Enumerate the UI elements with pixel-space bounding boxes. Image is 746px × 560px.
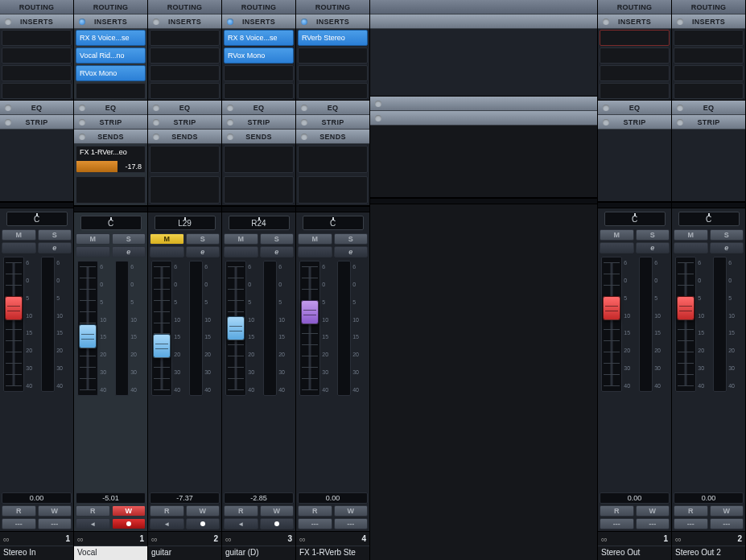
solo-button[interactable]: S <box>334 233 369 245</box>
eq-header-gap[interactable] <box>370 97 597 111</box>
insert-slot[interactable]: RVox Mono <box>76 65 146 81</box>
link-icon[interactable]: ∞ <box>675 534 686 544</box>
send-slot[interactable] <box>224 176 294 204</box>
power-dot-icon[interactable] <box>79 105 85 111</box>
send-slot[interactable] <box>224 146 294 173</box>
fader-value[interactable]: 0.00 <box>2 492 72 504</box>
insert-slot[interactable] <box>224 83 294 99</box>
fader-track[interactable] <box>77 261 98 396</box>
monitor-button[interactable]: ◄ <box>224 518 258 529</box>
eq-header[interactable]: EQ <box>74 101 147 115</box>
routing-header[interactable]: ROUTING <box>0 0 73 14</box>
record-button[interactable] <box>186 518 221 529</box>
fader-knob[interactable] <box>79 324 97 348</box>
link-icon[interactable]: ∞ <box>3 534 14 544</box>
solo-button[interactable]: S <box>38 229 72 241</box>
power-dot-icon[interactable] <box>677 19 683 25</box>
insert-slot[interactable] <box>298 65 368 81</box>
strip-header[interactable]: STRIP <box>74 115 147 130</box>
inserts-header[interactable]: INSERTS <box>148 14 221 29</box>
mute-button[interactable]: M <box>298 233 332 245</box>
read-button[interactable]: R <box>298 505 332 517</box>
eq-header[interactable]: EQ <box>0 101 73 115</box>
power-dot-icon[interactable] <box>603 19 609 25</box>
pan-display[interactable]: C <box>80 216 142 230</box>
insert-slot[interactable]: Vocal Rid...no <box>76 47 146 64</box>
track-name-input[interactable]: guitar <box>148 546 221 560</box>
edit-button[interactable]: e <box>38 242 72 253</box>
read-button[interactable]: R <box>76 505 110 517</box>
fader-knob[interactable] <box>301 300 319 324</box>
strip-header[interactable]: STRIP <box>148 115 221 130</box>
edit-button[interactable]: e <box>260 246 295 257</box>
routing-header[interactable]: ROUTING <box>672 0 745 14</box>
power-dot-icon[interactable] <box>375 115 381 121</box>
inserts-header[interactable]: INSERTS <box>222 14 295 29</box>
insert-slot[interactable]: RVerb Stereo <box>298 30 368 46</box>
listen-button[interactable] <box>298 246 332 257</box>
listen-button[interactable] <box>224 246 258 257</box>
sends-header[interactable]: SENDS <box>74 130 147 144</box>
edit-button[interactable]: e <box>710 242 744 253</box>
write-button[interactable]: W <box>710 505 744 517</box>
fader-track[interactable] <box>3 257 24 392</box>
power-dot-icon[interactable] <box>227 19 233 25</box>
write-button[interactable]: W <box>260 505 295 517</box>
eq-header[interactable]: EQ <box>148 101 221 115</box>
power-dot-icon[interactable] <box>677 105 683 111</box>
fader-track[interactable] <box>225 261 246 396</box>
write-button[interactable]: W <box>38 505 72 517</box>
read-button[interactable]: R <box>600 505 634 517</box>
listen-button[interactable] <box>2 242 36 253</box>
dash-button[interactable]: --- <box>298 518 332 529</box>
monitor-button[interactable]: ◄ <box>76 518 110 529</box>
routing-header[interactable]: ROUTING <box>296 0 369 14</box>
send-slot[interactable] <box>150 176 220 204</box>
insert-slot[interactable] <box>298 83 368 99</box>
power-dot-icon[interactable] <box>603 119 609 126</box>
insert-slot[interactable] <box>2 83 72 99</box>
strip-header[interactable]: STRIP <box>0 115 73 130</box>
insert-slot[interactable] <box>150 65 220 81</box>
power-dot-icon[interactable] <box>375 101 381 107</box>
mute-button[interactable]: M <box>150 233 184 245</box>
inserts-header[interactable]: INSERTS <box>598 14 671 29</box>
monitor-button[interactable]: ◄ <box>150 518 184 529</box>
power-dot-icon[interactable] <box>79 19 85 25</box>
insert-slot[interactable] <box>224 65 294 81</box>
pan-display[interactable]: L29 <box>155 216 216 230</box>
mute-button[interactable]: M <box>76 233 110 245</box>
pan-display[interactable]: C <box>6 212 68 226</box>
link-icon[interactable]: ∞ <box>601 534 612 544</box>
send-level-bar[interactable] <box>76 161 117 172</box>
mute-button[interactable]: M <box>674 229 708 241</box>
listen-button[interactable] <box>674 242 708 253</box>
eq-header[interactable]: EQ <box>296 101 369 115</box>
solo-button[interactable]: S <box>186 233 221 245</box>
send-slot[interactable] <box>150 146 220 173</box>
fader-knob[interactable] <box>677 296 694 320</box>
insert-slot[interactable] <box>674 65 744 81</box>
mute-button[interactable]: M <box>600 229 634 241</box>
track-name-input[interactable]: Stereo In <box>0 546 73 560</box>
dash-button[interactable]: --- <box>636 518 670 529</box>
pan-display[interactable]: R24 <box>229 216 290 230</box>
inserts-header[interactable]: INSERTS <box>296 14 369 29</box>
listen-button[interactable] <box>76 246 110 257</box>
routing-header[interactable]: ROUTING <box>598 0 671 14</box>
fader-knob[interactable] <box>227 316 245 340</box>
send-slot[interactable]: FX 1-RVer...eo-17.8 <box>76 146 146 173</box>
listen-button[interactable] <box>150 246 184 257</box>
insert-slot[interactable] <box>674 47 744 64</box>
solo-button[interactable]: S <box>710 229 744 241</box>
power-dot-icon[interactable] <box>5 19 11 25</box>
fader-value[interactable]: -2.85 <box>224 492 294 504</box>
strip-header[interactable]: STRIP <box>296 115 369 130</box>
send-slot[interactable] <box>298 176 368 204</box>
insert-slot[interactable] <box>2 47 72 64</box>
track-name-input[interactable]: Stereo Out <box>598 546 671 560</box>
power-dot-icon[interactable] <box>227 119 233 126</box>
insert-slot[interactable] <box>600 83 670 99</box>
pan-display[interactable]: C <box>303 216 364 230</box>
link-icon[interactable]: ∞ <box>225 534 237 544</box>
